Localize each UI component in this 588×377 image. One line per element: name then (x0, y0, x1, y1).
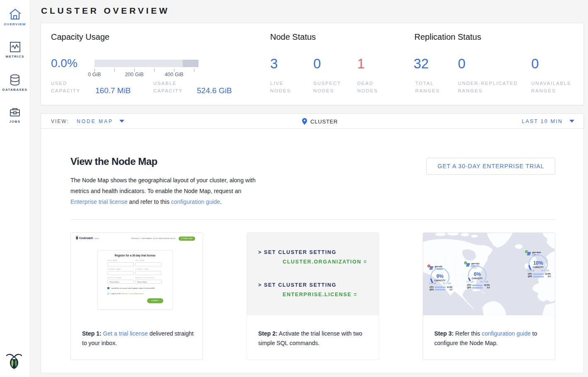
svg-text:4.7: 4.7 (450, 289, 452, 291)
svg-text:0.0: 0.0 (487, 287, 490, 289)
svg-text:CPU: CPU (467, 284, 472, 286)
svg-text:CPU: CPU (430, 286, 434, 288)
svg-text:34.6 GiB: 34.6 GiB (541, 269, 549, 272)
svg-text:QPS: QPS (467, 287, 472, 289)
svg-text:CAPACITY: CAPACITY (434, 280, 445, 282)
svg-text:CAPACITY: CAPACITY (532, 266, 544, 268)
svg-text:0.4: 0.4 (548, 276, 551, 278)
svg-text:10%: 10% (533, 260, 543, 266)
svg-text:42.5%: 42.5% (484, 284, 490, 286)
svg-text:11.0%: 11.0% (447, 286, 452, 288)
svg-text:QPS: QPS (528, 276, 532, 278)
svg-text:3.7 GiB: 3.7 GiB (466, 280, 474, 283)
svg-text:13.3%: 13.3% (545, 273, 551, 275)
svg-text:QPS: QPS (430, 289, 434, 291)
svg-text:3.2 GiB: 3.2 GiB (429, 282, 436, 285)
svg-text:43.7 GiB: 43.7 GiB (480, 280, 489, 283)
svg-text:9%: 9% (436, 273, 444, 279)
svg-text:35.1 GiB: 35.1 GiB (443, 282, 451, 285)
svg-text:3.6 GiB: 3.6 GiB (527, 269, 535, 272)
svg-text:CAPACITY: CAPACITY (472, 278, 483, 280)
svg-text:6%: 6% (474, 271, 481, 277)
svg-text:CPU: CPU (528, 273, 532, 275)
